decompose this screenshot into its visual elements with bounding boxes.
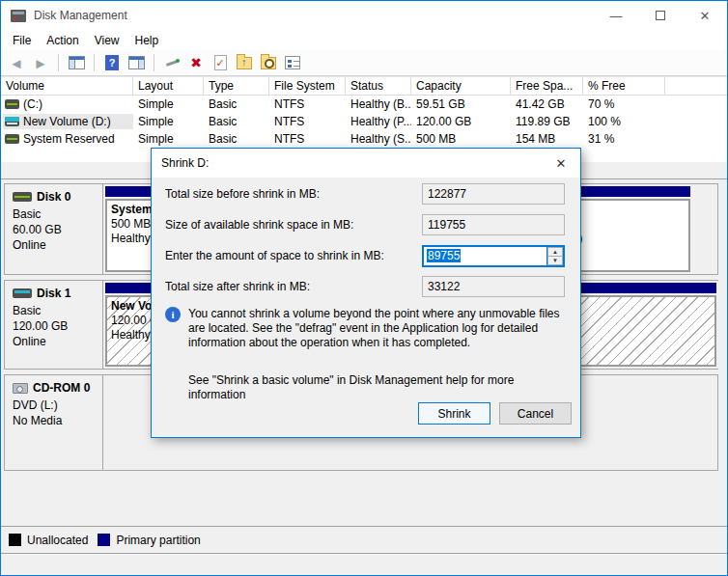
- volume-icon: [5, 134, 19, 144]
- delete-volume-icon[interactable]: ✖: [186, 54, 206, 72]
- cell-pct-free: 31 %: [583, 132, 665, 146]
- cell-type: Basic: [204, 97, 269, 111]
- table-row-system-reserved[interactable]: System Reserved Simple Basic NTFS Health…: [1, 130, 727, 148]
- cdrom-icon: [13, 383, 28, 394]
- disk-name: Disk 0: [37, 190, 70, 204]
- dialog-title: Shrink D:: [161, 156, 209, 170]
- title-bar: Disk Management — ✕: [1, 1, 727, 30]
- info-text: You cannot shrink a volume beyond the po…: [188, 307, 565, 350]
- close-button[interactable]: ✕: [683, 1, 727, 30]
- column-header-free-space[interactable]: Free Spa...: [511, 77, 583, 95]
- menu-help[interactable]: Help: [127, 32, 167, 49]
- column-header-pct-free[interactable]: % Free: [583, 77, 665, 95]
- primary-partition-swatch: [98, 534, 110, 546]
- cancel-button[interactable]: Cancel: [499, 402, 572, 425]
- cell-status: Healthy (S...: [346, 132, 411, 146]
- column-header-type[interactable]: Type: [204, 77, 269, 95]
- cell-capacity: 120.00 GB: [411, 115, 511, 128]
- dialog-title-bar: Shrink D: ✕: [152, 149, 580, 178]
- cell-pct-free: 100 %: [583, 115, 665, 128]
- window-title: Disk Management: [34, 9, 127, 22]
- cdrom-label-panel[interactable]: CD-ROM 0 DVD (L:) No Media: [5, 375, 103, 470]
- total-after-field: 33122: [422, 276, 565, 297]
- column-header-layout[interactable]: Layout: [133, 77, 204, 95]
- spin-up-button[interactable]: ▲: [547, 247, 563, 257]
- cell-layout: Simple: [133, 132, 204, 146]
- disk0-label-panel[interactable]: Disk 0 Basic 60.00 GB Online: [5, 184, 103, 274]
- field-label: Enter the amount of space to shrink in M…: [165, 249, 422, 262]
- cell-free: 41.42 GB: [511, 97, 583, 111]
- cell-type: Basic: [204, 115, 269, 128]
- forward-icon[interactable]: ►: [31, 54, 50, 72]
- spin-down-button[interactable]: ▼: [547, 257, 563, 265]
- column-header-status[interactable]: Status: [346, 77, 411, 95]
- partition-size: 500 MB NTFS: [111, 217, 156, 232]
- shrink-button[interactable]: Shrink: [418, 402, 490, 425]
- cell-status: Healthy (B...: [346, 97, 411, 111]
- disk-status: Online: [13, 334, 98, 349]
- disk-status: No Media: [13, 413, 98, 428]
- disk-type: DVD (L:): [13, 398, 98, 413]
- help-icon[interactable]: ?: [102, 54, 122, 72]
- volume-icon: [5, 99, 19, 109]
- console-tree-icon[interactable]: [67, 54, 86, 72]
- legend-label: Unallocated: [27, 534, 88, 547]
- folder-up-icon[interactable]: [235, 54, 254, 72]
- table-row-d-selected[interactable]: New Volume (D:) Simple Basic NTFS Health…: [1, 113, 727, 130]
- cell-type: Basic: [204, 132, 269, 146]
- disk-name: Disk 1: [37, 287, 70, 300]
- cell-capacity: 59.51 GB: [411, 97, 511, 111]
- toolbar-separator: [154, 54, 154, 71]
- properties-icon[interactable]: [162, 54, 182, 72]
- menu-file[interactable]: File: [5, 32, 39, 49]
- legend-bar: Unallocated Primary partition: [1, 526, 727, 553]
- help-text: See "Shrink a basic volume" in Disk Mana…: [188, 373, 565, 402]
- info-block: i You cannot shrink a volume beyond the …: [165, 307, 565, 350]
- cell-fs: NTFS: [269, 115, 346, 128]
- cell-capacity: 500 MB: [411, 132, 511, 146]
- unallocated-swatch: [9, 534, 21, 546]
- back-icon[interactable]: ◄: [7, 54, 26, 72]
- cell-layout: Simple: [133, 97, 204, 111]
- toolbar-separator: [94, 54, 95, 71]
- disk-size: 120.00 GB: [13, 318, 98, 334]
- column-header-filler: [665, 77, 727, 95]
- spinner: ▲ ▼: [546, 247, 563, 265]
- shrink-dialog: Shrink D: ✕ Total size before shrink in …: [151, 148, 581, 438]
- field-label: Total size after shrink in MB:: [165, 280, 422, 293]
- column-header-volume[interactable]: Volume: [1, 77, 133, 95]
- volume-name: (C:): [23, 97, 42, 111]
- legend-primary-partition: Primary partition: [98, 534, 200, 547]
- field-label: Total size before shrink in MB:: [165, 187, 422, 201]
- volume-name: System Reserved: [23, 132, 115, 146]
- shrink-amount-input[interactable]: 89755 ▲ ▼: [422, 245, 565, 267]
- tasks-icon[interactable]: [283, 54, 302, 72]
- field-row-available-space: Size of available shrink space in MB: 11…: [165, 214, 565, 235]
- disk-name: CD-ROM 0: [33, 381, 90, 395]
- info-icon: i: [165, 307, 181, 322]
- partition-name: System Reserved: [111, 203, 156, 217]
- cell-pct-free: 70 %: [583, 97, 665, 111]
- partition-status: Healthy (System, Active, Primary Partiti…: [111, 232, 156, 246]
- action-pane-icon[interactable]: [126, 54, 146, 72]
- app-icon: [11, 10, 26, 22]
- column-header-file-system[interactable]: File System: [269, 77, 346, 95]
- dialog-close-button[interactable]: ✕: [542, 149, 580, 178]
- cell-free: 119.89 GB: [511, 115, 583, 128]
- explore-icon[interactable]: [259, 54, 278, 72]
- maximize-icon: [656, 11, 665, 20]
- column-header-capacity[interactable]: Capacity: [411, 77, 511, 95]
- maximize-button[interactable]: [638, 1, 683, 30]
- minimize-button[interactable]: —: [594, 1, 638, 30]
- table-row-c[interactable]: (C:) Simple Basic NTFS Healthy (B... 59.…: [1, 96, 727, 113]
- field-row-total-before: Total size before shrink in MB: 122877: [165, 183, 565, 205]
- disk1-label-panel[interactable]: Disk 1 Basic 120.00 GB Online: [5, 281, 103, 369]
- status-bar: [1, 553, 727, 575]
- dialog-buttons: Shrink Cancel: [418, 402, 572, 425]
- cell-status: Healthy (P...: [346, 115, 411, 128]
- menu-bar: File Action View Help: [1, 30, 727, 50]
- menu-action[interactable]: Action: [39, 32, 86, 49]
- format-icon[interactable]: ✓: [210, 54, 230, 72]
- disk-status: Online: [13, 237, 98, 253]
- menu-view[interactable]: View: [87, 32, 127, 49]
